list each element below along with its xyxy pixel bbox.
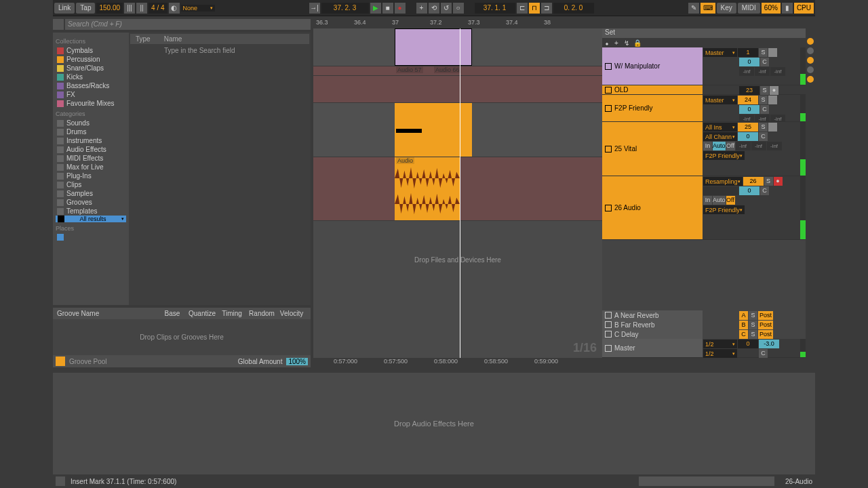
- send-c-button[interactable]: C: [760, 105, 769, 114]
- track-row[interactable]: [313, 28, 602, 66]
- send-value[interactable]: 0: [739, 186, 760, 195]
- track-name[interactable]: F2P Friendly: [602, 95, 703, 121]
- return-b-button[interactable]: B: [739, 321, 748, 329]
- arm-button[interactable]: [768, 123, 777, 131]
- loop-start[interactable]: 37. 1. 1: [475, 3, 515, 14]
- track-row[interactable]: [313, 103, 602, 157]
- master-num[interactable]: 0: [738, 340, 758, 348]
- midi-map-button[interactable]: MIDI: [738, 3, 760, 14]
- global-amount-value[interactable]: 100%: [286, 358, 308, 365]
- category-midi-effects[interactable]: MIDI Effects: [56, 154, 126, 163]
- post-button[interactable]: Post: [758, 330, 773, 339]
- punch-in-icon[interactable]: ⊏: [517, 3, 528, 14]
- search-input[interactable]: Search (Cmd + F): [65, 19, 311, 30]
- loop-length[interactable]: 0. 2. 0: [553, 3, 594, 14]
- category-clips[interactable]: Clips: [56, 180, 126, 189]
- quantize-select[interactable]: None: [181, 5, 215, 12]
- preview-play-icon[interactable]: [53, 19, 64, 30]
- input-select[interactable]: All Ins: [703, 123, 737, 131]
- reenable-auto-icon[interactable]: ↺: [441, 3, 452, 14]
- monitor-off[interactable]: Off: [726, 142, 735, 150]
- punch-out-icon[interactable]: ⊐: [541, 3, 552, 14]
- play-button[interactable]: ▶: [370, 3, 381, 14]
- category-max-for-live[interactable]: Max for Live: [56, 163, 126, 171]
- automation-arm-icon[interactable]: ⟲: [429, 3, 439, 14]
- collection-kicks[interactable]: Kicks: [56, 73, 126, 81]
- groove-drop-area[interactable]: Drop Clips or Grooves Here: [53, 319, 311, 355]
- playhead[interactable]: [460, 28, 460, 358]
- send-c-button[interactable]: C: [759, 349, 768, 358]
- automation-icon[interactable]: ↯: [624, 39, 631, 46]
- overload-icon[interactable]: ▮: [782, 3, 793, 14]
- category-all-results[interactable]: All results: [56, 216, 126, 222]
- monitor-auto[interactable]: Auto: [713, 142, 726, 150]
- solo-button[interactable]: S: [759, 123, 768, 131]
- route-select[interactable]: Master: [703, 96, 737, 104]
- metronome-toggle-icon[interactable]: ◐: [169, 3, 180, 14]
- bar-ruler[interactable]: 36.336.437 37.237.337.438: [313, 19, 815, 28]
- arm-button[interactable]: [768, 48, 777, 57]
- track-number[interactable]: 24: [738, 96, 758, 104]
- draw-mode-icon[interactable]: ✎: [688, 3, 699, 14]
- solo-button[interactable]: S: [759, 48, 768, 57]
- track-name[interactable]: W/ Manipulator: [602, 47, 703, 85]
- track-number[interactable]: 26: [743, 177, 764, 186]
- fold-icon[interactable]: [605, 105, 612, 112]
- solo-button[interactable]: S: [760, 86, 769, 95]
- collection-favourite-mixes[interactable]: Favourite Mixes: [56, 99, 126, 108]
- metronome-icon[interactable]: |||: [124, 3, 135, 14]
- send-value[interactable]: 0: [739, 58, 760, 66]
- send-c-button[interactable]: C: [759, 132, 768, 141]
- places-item[interactable]: [56, 233, 126, 241]
- send-c-button[interactable]: C: [760, 186, 769, 195]
- solo-button[interactable]: S: [749, 321, 757, 329]
- category-instruments[interactable]: Instruments: [56, 136, 126, 145]
- send-value[interactable]: 0: [738, 132, 758, 141]
- monitor-auto[interactable]: Auto: [713, 196, 726, 205]
- collection-cymbals[interactable]: Cymbals: [56, 46, 126, 55]
- return-track-name[interactable]: A Near Reverb: [602, 310, 703, 320]
- track-number[interactable]: 1: [738, 48, 758, 57]
- tap-button[interactable]: Tap: [76, 3, 95, 14]
- stop-button[interactable]: ■: [382, 3, 393, 14]
- solo-button[interactable]: S: [749, 330, 757, 339]
- collection-basses-racks[interactable]: Basses/Racks: [56, 81, 126, 90]
- cpu-button[interactable]: CPU: [794, 3, 814, 14]
- returns-toggle-icon[interactable]: [807, 57, 814, 64]
- time-ruler[interactable]: 0:57:0000:57:5000:58:0000:58:5000:59:000: [313, 358, 815, 367]
- post-button[interactable]: Post: [758, 311, 773, 320]
- nudge-down-icon[interactable]: ||: [136, 3, 147, 14]
- category-grooves[interactable]: Grooves: [56, 198, 126, 207]
- master-volume[interactable]: -3.0: [759, 340, 779, 348]
- track-number[interactable]: 25: [738, 123, 758, 131]
- follow-icon[interactable]: →|: [309, 3, 320, 14]
- lock-icon[interactable]: 🔒: [633, 39, 640, 46]
- solo-button[interactable]: S: [764, 177, 773, 186]
- master-out-select[interactable]: 1/2: [703, 349, 737, 358]
- arrangement-position[interactable]: 37. 2. 3: [321, 3, 369, 14]
- key-map-button[interactable]: Key: [717, 3, 736, 14]
- category-audio-effects[interactable]: Audio Effects: [56, 145, 126, 154]
- monitor-in[interactable]: In: [703, 142, 712, 150]
- category-plugins[interactable]: Plug-Ins: [56, 171, 126, 180]
- back-to-arrangement-icon[interactable]: ⬥: [605, 39, 612, 46]
- route-select[interactable]: Master: [703, 48, 737, 57]
- send-value[interactable]: 0: [739, 105, 760, 114]
- monitor-off[interactable]: Off: [726, 196, 735, 205]
- sends-toggle-icon[interactable]: [807, 47, 814, 54]
- col-type[interactable]: Type: [136, 35, 151, 43]
- track-row[interactable]: Audio 57 Audio 66: [313, 66, 602, 76]
- mixer-toggle-icon[interactable]: [807, 66, 814, 73]
- fold-icon[interactable]: [605, 87, 612, 94]
- time-sig-field[interactable]: 4 / 4: [149, 3, 167, 14]
- track-row[interactable]: Audio: [313, 157, 602, 221]
- master-track-name[interactable]: Master: [602, 339, 703, 357]
- keyboard-icon[interactable]: ⌨: [701, 3, 715, 14]
- track-name[interactable]: 25 Vital: [602, 122, 703, 176]
- record-button[interactable]: ●: [395, 3, 406, 14]
- input-select[interactable]: Resampling: [703, 177, 743, 186]
- arm-button[interactable]: [768, 96, 777, 104]
- groove-pool-icon[interactable]: [56, 357, 65, 366]
- fold-icon[interactable]: [605, 146, 612, 152]
- return-a-button[interactable]: A: [739, 311, 748, 320]
